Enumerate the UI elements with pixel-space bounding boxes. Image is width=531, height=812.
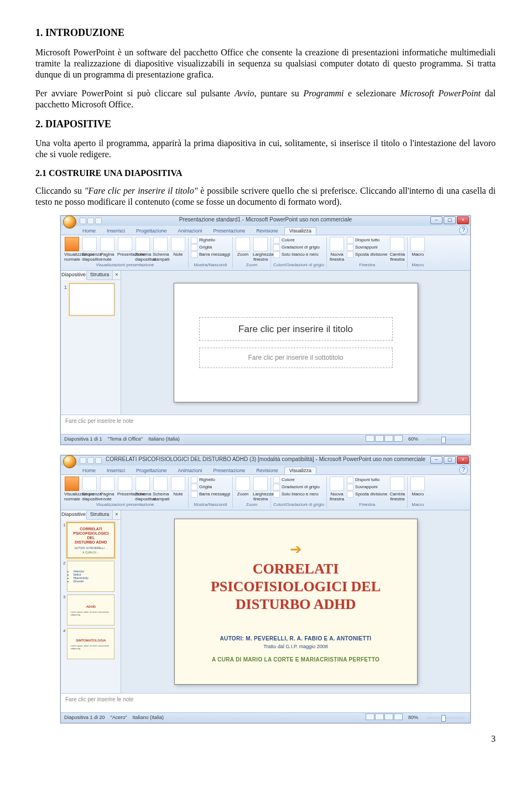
view-3[interactable]: Presentazione [117,477,133,496]
schema-2[interactable]: Note [170,237,186,257]
window-title: CORRELATI PSICOFISIOLOGICI DEL DISTURBO … [61,456,470,463]
toggle-Righello[interactable]: Righello [191,237,230,244]
color-Colore[interactable]: Colore [273,237,320,244]
zoom-0[interactable]: Zoom [235,237,251,257]
macro-button[interactable]: Macro [410,237,425,257]
switch-window[interactable]: Cambia finestra [389,477,405,501]
ribbon-tab-visualizza[interactable]: Visualizza [284,467,316,474]
qat-save-icon[interactable] [80,218,86,224]
win-Sposta divisione[interactable]: Sposta divisione [347,491,387,498]
chunk-label: Visualizzazioni presentazione [64,262,186,268]
close-button[interactable]: × [457,216,469,224]
view-0[interactable]: Visualizzazione normale [64,237,80,262]
qat-redo-icon[interactable] [95,218,102,224]
zoom-1[interactable]: Larghezza finestra [253,237,268,262]
new-window[interactable]: Nuova finestra [329,477,345,501]
schema-1[interactable]: Schema stampati [153,237,168,262]
color-Solo bianco e nero[interactable]: Solo bianco e nero [273,251,320,258]
color-Colore[interactable]: Colore [273,477,320,483]
ribbon-tab-revisione[interactable]: Revisione [251,227,283,235]
toggle-Griglia[interactable]: Griglia [191,484,230,490]
qat-undo-icon[interactable] [87,218,94,224]
slide-canvas[interactable]: Fare clic per inserire il titolo Fare cl… [121,271,470,415]
help-icon[interactable]: ? [459,226,468,235]
qat-undo-icon[interactable] [87,457,94,464]
ribbon-tab-revisione[interactable]: Revisione [251,467,283,474]
view-buttons[interactable] [365,435,403,443]
office-button[interactable] [63,215,76,229]
color-Gradazioni di grigio[interactable]: Gradazioni di grigio [273,244,320,251]
ribbon-tab-progettazione[interactable]: Progettazione [131,467,172,474]
ribbon-tab-presentazione[interactable]: Presentazione [209,227,251,235]
zoom-slider[interactable] [426,438,465,441]
toggle-Griglia[interactable]: Griglia [191,244,230,251]
win-Sovrapponi[interactable]: Sovrapponi [347,244,387,251]
office-button[interactable] [63,455,76,468]
macro-button[interactable]: Macro [410,477,425,496]
win-Disponi tutto[interactable]: Disponi tutto [347,477,387,483]
zoom-value: 80% [408,715,418,721]
maximize-button[interactable]: ▢ [444,456,456,464]
maximize-button[interactable]: ▢ [444,216,456,224]
p2-mspp: Microsoft PowerPoint [400,89,481,98]
notes-pane[interactable]: Fare clic per inserire le note [61,415,470,434]
view-0[interactable]: Visualizzazione normale [64,477,80,501]
win-Sposta divisione[interactable]: Sposta divisione [347,251,387,258]
subtitle-placeholder[interactable]: Fare clic per inserire il sottotitolo [199,348,393,368]
side-panel-close[interactable]: × [113,510,121,519]
zoom-1[interactable]: Larghezza finestra [253,477,268,501]
side-tab-struttura[interactable]: Struttura [87,510,113,519]
ribbon-tab-inserisci[interactable]: Inserisci [102,227,130,235]
side-tab-diapositive[interactable]: Diapositive [61,271,87,280]
status-bar: Diapositiva 1 di 20 "Acero" Italiano (It… [61,712,470,723]
ribbon-tab-visualizza[interactable]: Visualizza [284,227,316,235]
minimize-button[interactable]: – [430,456,442,464]
switch-window[interactable]: Cambia finestra [389,237,405,262]
slide-thumbnail[interactable]: 1CORRELATIPSICOFISIOLOGICI DELDISTURBO A… [63,523,118,558]
zoom-slider[interactable] [426,717,465,719]
view-2[interactable]: Pagina note [100,477,115,501]
view-3[interactable]: Presentazione [117,237,133,257]
schema-0[interactable]: Schema diapositiva [135,237,150,262]
ribbon-tab-presentazione[interactable]: Presentazione [209,467,251,474]
ribbon-tab-home[interactable]: Home [77,467,101,474]
slide-thumbnail[interactable]: 1 [64,283,117,316]
side-tab-diapositive[interactable]: Diapositive [61,510,87,520]
close-button[interactable]: × [457,456,469,464]
view-1[interactable]: Sequenza diapositive [82,477,97,501]
view-1[interactable]: Sequenza diapositive [82,237,97,262]
slide-canvas[interactable]: ➔ CORRELATI PSICOFISIOLOGICI DEL DISTURB… [121,510,470,693]
title-placeholder[interactable]: Fare clic per inserire il titolo [199,317,393,341]
schema-0[interactable]: Schema diapositiva [135,477,150,501]
new-window[interactable]: Nuova finestra [329,237,345,262]
help-icon[interactable]: ? [459,466,468,474]
zoom-0[interactable]: Zoom [235,477,251,496]
ribbon-tab-inserisci[interactable]: Inserisci [102,467,130,474]
notes-pane[interactable]: Fare clic per inserire le note [61,693,470,712]
qat-save-icon[interactable] [80,457,86,464]
title-line-2: PSICOFISIOLOGICI DEL [211,578,381,594]
ribbon-tab-animazioni[interactable]: Animazioni [173,467,207,474]
side-panel-close[interactable]: × [113,271,121,280]
minimize-button[interactable]: – [430,216,442,224]
color-Gradazioni di grigio[interactable]: Gradazioni di grigio [273,484,320,490]
powerpoint-window-2: CORRELATI PSICOFISIOLOGICI DEL DISTURBO … [60,455,471,723]
win-Disponi tutto[interactable]: Disponi tutto [347,237,387,244]
slide-thumbnail[interactable]: 4SINTOMATOLOGIALorem ipsum dolor sit ame… [63,628,118,659]
schema-1[interactable]: Schema stampati [153,477,168,501]
win-Sovrapponi[interactable]: Sovrapponi [347,484,387,490]
view-buttons[interactable] [365,713,403,722]
side-tab-struttura[interactable]: Struttura [87,271,113,280]
slide-thumbnail[interactable]: 3ADHDLorem ipsum dolor sit amet consecte… [63,594,118,625]
toggle-Righello[interactable]: Righello [191,477,230,483]
view-2[interactable]: Pagina note [100,237,115,262]
schema-2[interactable]: Note [170,477,186,496]
qat-redo-icon[interactable] [95,457,102,464]
color-Solo bianco e nero[interactable]: Solo bianco e nero [273,491,320,498]
ribbon-tab-progettazione[interactable]: Progettazione [131,227,172,235]
ribbon-tab-animazioni[interactable]: Animazioni [173,227,207,235]
toggle-Barra messaggi[interactable]: Barra messaggi [191,491,230,498]
toggle-Barra messaggi[interactable]: Barra messaggi [191,251,230,258]
slide-thumbnail[interactable]: 2AttentionDeficitHiperactivityDisorder [63,561,118,592]
ribbon-tab-home[interactable]: Home [77,227,101,235]
